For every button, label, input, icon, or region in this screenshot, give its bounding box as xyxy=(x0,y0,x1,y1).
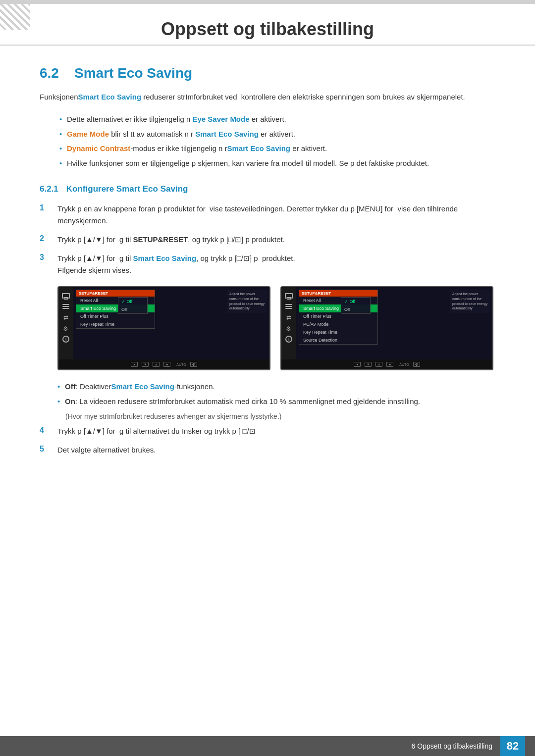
option-on-left: On xyxy=(118,305,147,313)
gear-icon-left: ⚙ xyxy=(61,325,71,332)
smart-eco-saving-step3: Smart Eco Saving xyxy=(133,254,197,262)
bottom-bar-right: ◄ ▼ ▲ ■ AUTO ⏻ xyxy=(281,359,492,369)
section-title: Smart Eco Saving xyxy=(74,65,192,81)
info-icon-shape: i xyxy=(62,336,69,343)
lines-icon xyxy=(61,303,71,310)
page-title: Oppsett og tilbakestilling xyxy=(40,19,495,40)
monitor-icon-shape-right xyxy=(285,293,293,299)
step-sub-text-3: FIlgende skjerm vises. xyxy=(57,266,131,274)
monitor-frame-right: ⇄ ⚙ i SETUP&RESET Rese xyxy=(281,287,492,369)
monitor-icon xyxy=(61,292,71,299)
step-text-4: Trykk p [▲/▼] for g til alternativet du … xyxy=(57,425,256,437)
option-on-right: On xyxy=(341,305,370,313)
screen-left: ⇄ ⚙ i SETUP&RESET Rese xyxy=(57,286,270,370)
off-label: Off xyxy=(65,382,76,391)
bullet-item-1: Dette alternativet er ikke tilgjengelig … xyxy=(59,113,495,126)
step-number-3: 3 xyxy=(40,253,50,262)
subsection-heading: 6.2.1 Konfigurere Smart Eco Saving xyxy=(40,184,495,194)
step-number-4: 4 xyxy=(40,426,50,435)
btn-power-left: ⏻ xyxy=(190,362,197,367)
step-2: 2 Trykk p [▲/▼] for g til SETUP&RESET, o… xyxy=(40,234,495,246)
section-number: 6.2 xyxy=(40,65,64,81)
option-on-description: On: La videoen redusere strImforbruket a… xyxy=(57,395,495,408)
game-mode-highlight: Game Mode xyxy=(67,130,109,138)
smart-eco-saving-off: Smart Eco Saving xyxy=(111,382,174,391)
subsection-number: 6.2.1 xyxy=(40,184,58,194)
intro-paragraph: FunksjonenSmart Eco Saving reduserer str… xyxy=(40,91,495,103)
page: Oppsett og tilbakestilling 6.2 Smart Eco… xyxy=(0,0,535,756)
footer-page-number: 82 xyxy=(500,736,525,756)
option-off-left: Off xyxy=(118,298,147,305)
step-number-1: 1 xyxy=(40,203,50,212)
menu-panel-left: SETUP&RESET Reset All Smart Eco Saving O… xyxy=(73,287,269,359)
setup-title-right: SETUP&RESET xyxy=(299,290,377,297)
btn-icon-2-right: ▼ xyxy=(365,362,372,367)
swap-icon: ⇄ xyxy=(61,314,71,321)
steps-list-2: 4 Trykk p [▲/▼] for g til alternativet d… xyxy=(40,425,495,456)
on-label: On xyxy=(65,397,75,405)
step-number-2: 2 xyxy=(40,234,50,243)
step-text-3: Trykk p [▲/▼] for g til Smart Eco Saving… xyxy=(57,254,295,262)
steps-list: 1 Trykk p en av knappene foran p produkt… xyxy=(40,203,495,276)
eye-saver-highlight: Eye Saver Mode xyxy=(192,115,249,123)
smart-eco-saving-highlight3: Smart Eco Saving xyxy=(227,144,290,152)
option-bullets: Off: DeaktiverSmart Eco Saving-funksjone… xyxy=(40,380,495,407)
monitor-screen-left: ⇄ ⚙ i SETUP&RESET Rese xyxy=(58,287,269,359)
setup-title-left: SETUP&RESET xyxy=(76,290,155,297)
screen-right: ⇄ ⚙ i SETUP&RESET Rese xyxy=(280,286,493,370)
lines-icon-shape xyxy=(62,304,69,309)
section-heading: 6.2 Smart Eco Saving xyxy=(40,65,495,81)
step-text-3-container: Trykk p [▲/▼] for g til Smart Eco Saving… xyxy=(57,252,295,276)
btn-power-right: ⏻ xyxy=(413,362,420,367)
icons-panel-right: ⇄ ⚙ i xyxy=(281,287,296,359)
setup-reset-bold: SETUP&RESET xyxy=(133,235,188,244)
lines-icon-shape-right xyxy=(285,304,292,309)
monitor-frame-left: ⇄ ⚙ i SETUP&RESET Rese xyxy=(58,287,269,369)
step-3: 3 Trykk p [▲/▼] for g til Smart Eco Savi… xyxy=(40,252,495,276)
swap-icon-right: ⇄ xyxy=(284,314,294,321)
top-stripe xyxy=(0,0,535,4)
screens-container: ⇄ ⚙ i SETUP&RESET Rese xyxy=(57,286,495,370)
page-footer: 6 Oppsett og tilbakestilling 82 xyxy=(0,736,535,756)
monitor-icon-shape xyxy=(62,293,70,299)
dynamic-contrast-highlight: Dynamic Contrast xyxy=(67,144,130,152)
gear-icon-right: ⚙ xyxy=(284,325,294,332)
btn-icon-3-right: ▲ xyxy=(375,362,382,367)
auto-label-right: AUTO xyxy=(399,363,409,366)
option-off-description: Off: DeaktiverSmart Eco Saving-funksjone… xyxy=(57,380,495,393)
footer-text: 6 Oppsett og tilbakestilling xyxy=(412,742,492,750)
step-text-2: Trykk p [▲/▼] for g til SETUP&RESET, og … xyxy=(57,234,285,246)
step-1: 1 Trykk p en av knappene foran p produkt… xyxy=(40,203,495,227)
step-number-5: 5 xyxy=(40,445,50,454)
btn-icon-4-right: ■ xyxy=(386,362,393,367)
btn-icon-3-left: ▲ xyxy=(153,362,160,367)
gear-icon-shape-right: ⚙ xyxy=(286,325,292,331)
page-header: Oppsett og tilbakestilling xyxy=(0,4,535,46)
step-5: 5 Det valgte alternativet brukes. xyxy=(40,444,495,456)
bullet-item-3: Dynamic Contrast-modus er ikke tilgjenge… xyxy=(59,142,495,155)
option-panel-right: Off On xyxy=(341,297,371,314)
bullet-item-2: Game Mode blir sl tt av automatisk n r S… xyxy=(59,128,495,141)
btn-icon-1-right: ◄ xyxy=(354,362,361,367)
bullet-item-4: Hvilke funksjoner som er tilgjengelige p… xyxy=(59,157,495,170)
icons-panel-left: ⇄ ⚙ i xyxy=(58,287,73,359)
option-off-right: Off xyxy=(341,298,370,305)
step-text-5: Det valgte alternativet brukes. xyxy=(57,444,156,456)
menu-source-detect-right: Source Detection xyxy=(299,336,377,344)
subsection-title: Konfigurere Smart Eco Saving xyxy=(66,184,188,194)
corner-decor xyxy=(0,0,30,30)
btn-icon-2-left: ▼ xyxy=(142,362,149,367)
info-icon-left: i xyxy=(61,336,71,343)
smart-eco-saving-highlight: Smart Eco Saving xyxy=(78,93,142,101)
menu-key-repeat-left: Key Repeat Time xyxy=(76,320,155,328)
indent-note: (Hvor mye strImforbruket reduseres avhen… xyxy=(65,412,495,420)
info-panel-right: Adjust the power consumption of the prod… xyxy=(450,290,490,313)
auto-label-left: AUTO xyxy=(176,363,186,366)
menu-pcav-right: PC/AV Mode xyxy=(299,320,377,328)
option-panel-left: Off On xyxy=(118,297,148,314)
step-4: 4 Trykk p [▲/▼] for g til alternativet d… xyxy=(40,425,495,437)
main-content: 6.2 Smart Eco Saving FunksjonenSmart Eco… xyxy=(0,65,535,456)
monitor-screen-right: ⇄ ⚙ i SETUP&RESET Rese xyxy=(281,287,492,359)
lines-icon-right xyxy=(284,303,294,310)
info-icon-right: i xyxy=(284,336,294,343)
